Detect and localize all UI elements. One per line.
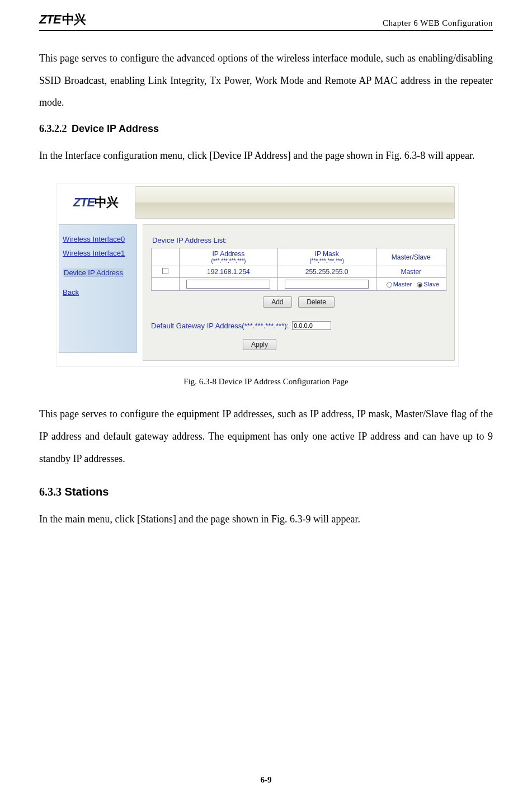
radio-master[interactable] <box>387 282 392 287</box>
paragraph-ip-desc: This page serves to configure the equipm… <box>39 403 493 470</box>
figure-main-panel: Device IP Address List: IP Address (***.… <box>143 224 455 361</box>
delete-button[interactable]: Delete <box>298 296 335 308</box>
heading-number: 6.3.2.2 <box>39 123 67 134</box>
gateway-label: Default Gateway IP Address(***.***.***.*… <box>151 322 289 330</box>
col-ip-sub: (***.***.***.***) <box>182 258 275 264</box>
col-master-slave: Master/Slave <box>376 248 446 266</box>
figure-logo-cell: ZTE中兴 <box>57 184 135 221</box>
gateway-input[interactable] <box>292 321 331 330</box>
col-mask-sub: (***.***.***.***) <box>280 258 374 264</box>
ip-input[interactable] <box>186 280 270 289</box>
row-ip: 192.168.1.254 <box>180 266 278 278</box>
sidebar-item-device-ip[interactable]: Device IP Address <box>63 268 124 277</box>
table-input-row: Master Slave <box>152 278 446 291</box>
ip-list-label: Device IP Address List: <box>152 236 446 244</box>
paragraph-intro: This page serves to configure the advanc… <box>39 48 493 114</box>
logo-text-cn: 中兴 <box>62 12 86 26</box>
paragraph-stations: In the main menu, click [Stations] and t… <box>39 508 493 531</box>
heading-6-3-3: 6.3.3 Stations <box>39 486 493 498</box>
heading-6-3-2-2: 6.3.2.2 Device IP Address <box>39 123 493 135</box>
figure-logo-en: ZTE <box>73 195 95 209</box>
paragraph-device-ip: In the Interface configuration menu, cli… <box>39 145 493 167</box>
figure-sidebar: Wireless Interface0 Wireless Interface1 … <box>59 224 137 353</box>
col-mask-label: IP Mask <box>315 250 339 258</box>
heading-title: Device IP Address <box>72 123 159 134</box>
chapter-label: Chapter 6 WEB Configuration <box>383 18 493 28</box>
zte-logo: ZTE中兴 <box>39 11 86 28</box>
page-header: ZTE中兴 Chapter 6 WEB Configuration <box>39 11 493 31</box>
row-ms: Master <box>376 266 446 278</box>
col-ip: IP Address (***.***.***.***) <box>180 248 278 266</box>
sidebar-item-wireless1[interactable]: Wireless Interface1 <box>63 249 133 257</box>
sidebar-item-back[interactable]: Back <box>63 288 133 296</box>
apply-button[interactable]: Apply <box>243 339 276 350</box>
heading-633-number: 6.3.3 <box>39 486 62 498</box>
add-button[interactable]: Add <box>263 296 291 308</box>
col-mask: IP Mask (***.***.***.***) <box>277 248 376 266</box>
figure-banner <box>135 186 455 219</box>
row-checkbox[interactable] <box>162 268 168 274</box>
figure-zte-logo: ZTE中兴 <box>73 194 119 211</box>
mask-input[interactable] <box>285 280 369 289</box>
radio-master-label: Master <box>393 281 412 287</box>
figure-device-ip-config: ZTE中兴 Wireless Interface0 Wireless Inter… <box>56 183 459 367</box>
row-mask: 255.255.255.0 <box>277 266 376 278</box>
ip-address-table: IP Address (***.***.***.***) IP Mask (**… <box>151 248 446 291</box>
page-number: 6-9 <box>0 775 532 785</box>
radio-slave[interactable] <box>417 282 422 287</box>
figure-logo-cn: 中兴 <box>95 195 118 209</box>
table-row: 192.168.1.254 255.255.255.0 Master <box>152 266 446 278</box>
sidebar-item-wireless0[interactable]: Wireless Interface0 <box>63 235 133 243</box>
figure-caption: Fig. 6.3-8 Device IP Address Configurati… <box>39 377 493 386</box>
col-ip-label: IP Address <box>212 250 244 258</box>
col-checkbox <box>152 248 180 266</box>
radio-slave-label: Slave <box>423 281 439 287</box>
logo-text-en: ZTE <box>39 12 61 26</box>
heading-633-title: Stations <box>65 486 109 498</box>
